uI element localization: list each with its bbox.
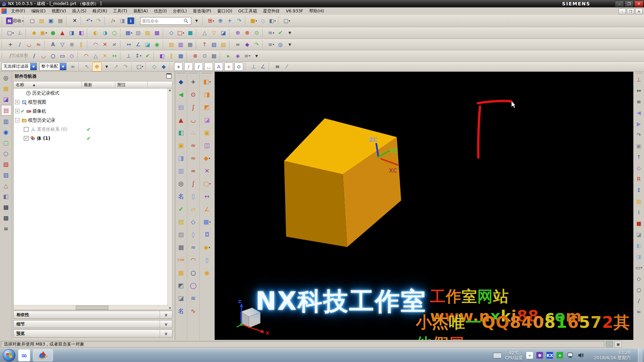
gold-ring-icon[interactable]: ◉ bbox=[202, 267, 212, 279]
point-tool-icon[interactable]: + bbox=[188, 76, 199, 88]
wrap-geometry-icon[interactable]: ◘ bbox=[202, 229, 212, 241]
menu-item[interactable]: 信息(I) bbox=[151, 8, 170, 14]
toolbar-overflow-caret[interactable]: ▾ bbox=[285, 28, 294, 37]
touch-mode-tab[interactable]: △ bbox=[1, 181, 11, 191]
intersect-button[interactable]: ○ bbox=[110, 28, 119, 37]
snap-center-toggle[interactable]: ⊙ bbox=[234, 62, 243, 71]
wave-icon[interactable]: ≈ bbox=[188, 241, 199, 253]
menu-list-button[interactable]: ≡ bbox=[273, 62, 282, 71]
dropdown-caret[interactable]: ▾ bbox=[209, 182, 211, 185]
pattern-curve-button[interactable]: ▦ bbox=[176, 52, 185, 60]
pan-button[interactable]: + bbox=[225, 16, 234, 25]
angular-dim-face-icon[interactable]: ∠ bbox=[202, 203, 212, 215]
wire-box-icon[interactable]: ▤ bbox=[176, 101, 186, 113]
extrude-button[interactable]: ▣▾ bbox=[39, 28, 48, 37]
raster-image-button[interactable]: ▨ bbox=[219, 40, 228, 49]
layer-settings-button[interactable]: ≡▾ bbox=[267, 40, 275, 49]
rotate-r-icon[interactable]: R bbox=[635, 174, 643, 184]
cut-face-icon[interactable]: ✕ bbox=[202, 165, 212, 177]
color-layers-icon[interactable]: ▤ bbox=[635, 196, 643, 206]
dropdown-caret[interactable]: ▾ bbox=[22, 19, 23, 22]
trim-body-button[interactable]: ▨ bbox=[143, 28, 152, 37]
orient-view-cube-button[interactable]: ◇ bbox=[150, 62, 159, 71]
column-note[interactable]: 附注 bbox=[115, 81, 148, 88]
reflect-analysis-button[interactable]: ▦ bbox=[186, 40, 195, 49]
menu-item[interactable]: 格式(R) bbox=[90, 8, 110, 14]
snap-midpoint-toggle[interactable]: ∕ bbox=[194, 62, 203, 71]
thicken-button[interactable]: ▽ bbox=[210, 28, 218, 37]
menu-item[interactable]: 星空外挂 bbox=[260, 8, 283, 14]
chevron-down-icon[interactable]: ∨ bbox=[164, 331, 168, 336]
delete-button[interactable]: ✕ bbox=[70, 16, 79, 25]
column-latest[interactable]: 最新 bbox=[82, 81, 115, 88]
expand-icon[interactable]: + bbox=[15, 109, 19, 113]
dark-box-icon[interactable]: ◪ bbox=[176, 292, 186, 304]
point-button[interactable]: + bbox=[6, 40, 15, 49]
history-palette-tab[interactable]: ○ bbox=[1, 148, 11, 159]
cam-module-icon[interactable]: CAM bbox=[176, 254, 186, 266]
model-cube[interactable]: ZC YC XC bbox=[283, 118, 404, 251]
dropdown-caret[interactable]: ▾ bbox=[274, 19, 276, 22]
window-layout-button[interactable]: ▢▾ bbox=[282, 16, 291, 25]
navigator-vertical-scrollbar[interactable]: ▲ ▼ bbox=[167, 88, 172, 310]
wireframe-view-button[interactable]: ◇ bbox=[259, 16, 267, 25]
close-button[interactable]: ✕ bbox=[634, 1, 643, 7]
sew-button[interactable]: ▩ bbox=[153, 28, 161, 37]
dropdown-caret[interactable]: ▾ bbox=[183, 32, 184, 35]
start-menu-button[interactable]: 启动▾ bbox=[13, 16, 22, 25]
divide-curve-button[interactable]: ≠ bbox=[110, 40, 119, 49]
circle-tool-icon[interactable]: ○ bbox=[188, 267, 199, 279]
square-circle-icon[interactable]: ◧ bbox=[176, 127, 186, 139]
info-window-button[interactable]: i bbox=[127, 17, 134, 24]
fit-view-button[interactable]: ⊞▾ bbox=[207, 16, 215, 25]
search-options-caret[interactable]: ▾ bbox=[192, 16, 201, 25]
dependencies-section[interactable]: 相依性 ∨ bbox=[13, 311, 172, 319]
dropdown-caret[interactable]: ▾ bbox=[140, 54, 141, 57]
move-face-cube-icon[interactable]: ◧▾ bbox=[202, 76, 212, 88]
funnel-icon[interactable]: ◀ bbox=[176, 88, 186, 101]
dropdown-caret[interactable]: ▾ bbox=[209, 80, 211, 83]
curvature-analysis-button[interactable]: ◉ bbox=[153, 40, 161, 49]
toolbar-overflow-caret[interactable]: ▾ bbox=[252, 52, 261, 60]
wheel-box-icon[interactable]: ◎ bbox=[176, 178, 186, 190]
network-icon[interactable] bbox=[567, 352, 574, 358]
preview-section[interactable]: 预览 ∨ bbox=[13, 329, 172, 338]
part-navigator-tab[interactable]: ▤ bbox=[1, 105, 11, 116]
menu-item[interactable]: 装配(A) bbox=[130, 8, 151, 14]
scroll-up-icon[interactable]: ▲ bbox=[169, 88, 171, 92]
forward-arrow-icon[interactable]: ▶ bbox=[635, 119, 643, 129]
dropdown-caret[interactable]: ▾ bbox=[213, 19, 214, 22]
convert-reference-button[interactable]: ◈ bbox=[233, 52, 242, 60]
dropdown-caret[interactable]: ▾ bbox=[209, 246, 210, 249]
find-in-assembly-button[interactable]: ∞ bbox=[68, 62, 77, 71]
doctor-tray-icon[interactable]: + bbox=[526, 352, 533, 359]
dropdown-caret[interactable]: ▾ bbox=[113, 19, 115, 22]
snap-arrow-b-button[interactable]: ↗ bbox=[112, 62, 120, 71]
internet-explorer-tab[interactable]: ◉ bbox=[1, 127, 11, 137]
datum-csys-button[interactable]: ⊥ bbox=[15, 28, 24, 37]
s-curve1-icon[interactable]: ≈ bbox=[188, 139, 199, 152]
baidu-netdisk-taskbar-icon[interactable]: ∞ bbox=[18, 349, 30, 361]
line-tool-icon[interactable]: ∕ bbox=[635, 296, 643, 306]
measure-distance-button[interactable]: ↔ bbox=[124, 40, 133, 49]
move-face-button[interactable]: ⊕ bbox=[233, 28, 242, 37]
snap-point-enable-button[interactable]: ⊕ bbox=[92, 62, 102, 71]
constraint-navigator-tab[interactable]: ◪ bbox=[1, 94, 11, 104]
copy-object-icon[interactable]: ▣ bbox=[635, 141, 643, 151]
draft-analysis-button[interactable]: ▤ bbox=[167, 40, 176, 49]
offset-curve-button[interactable]: ∥ bbox=[77, 40, 86, 49]
navigator-horizontal-scrollbar[interactable] bbox=[14, 305, 168, 310]
abs-csys-icon[interactable]: ⊥ bbox=[635, 74, 643, 85]
blend-button[interactable]: ◇ bbox=[167, 28, 176, 37]
tree-row-history-mode[interactable]: 历史记录模式 bbox=[14, 88, 172, 98]
marquee-select-button[interactable]: ▢▾ bbox=[136, 62, 144, 71]
snap-arc-toggle[interactable]: ◡ bbox=[204, 62, 213, 71]
doc-close-button[interactable]: ✕ bbox=[635, 8, 643, 14]
hexagon-tool-icon[interactable]: ◇ bbox=[635, 274, 643, 284]
snap-perpendicular-button[interactable]: ⊥ bbox=[249, 62, 258, 71]
sketch-arc-button[interactable]: ◡ bbox=[39, 52, 48, 60]
sketch-polygon-button[interactable]: ◇ bbox=[67, 52, 76, 60]
tree-row-model-views[interactable]: + 模型视图 bbox=[14, 98, 172, 107]
rotate-view-button[interactable]: ↷ bbox=[235, 16, 244, 25]
paste-face-icon[interactable]: ▢▾ bbox=[202, 178, 212, 190]
